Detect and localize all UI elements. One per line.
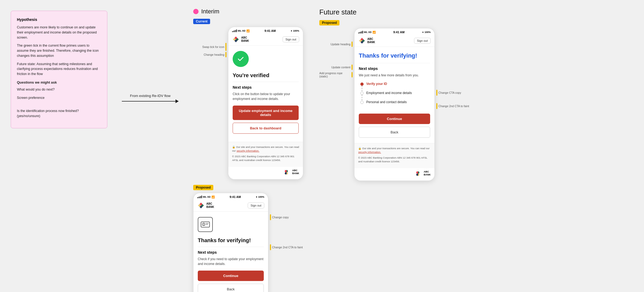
- annot-heading-bar: [225, 52, 226, 57]
- continue-btn-future[interactable]: Continue: [359, 114, 430, 124]
- bar1: [232, 31, 233, 32]
- time-interim: 9:41 AM: [230, 195, 241, 199]
- footer-logo-future: ABCBANK: [354, 168, 434, 181]
- hypothesis-panel: Hypothesis Customers are more likely to …: [11, 11, 107, 128]
- footer-bank-logo-current: [281, 169, 291, 177]
- footer-logo-svg-future: [413, 170, 423, 178]
- back-btn-future[interactable]: Back: [359, 127, 430, 138]
- bank-name-current: ABCBANK: [241, 36, 249, 43]
- arrow-head: [175, 99, 179, 103]
- svg-point-17: [203, 223, 204, 224]
- annot-cta-text: Change 2nd CTA to faint: [272, 246, 303, 249]
- future-screen-title: Thanks for verifying!: [359, 52, 430, 59]
- badge-proposed-interim: Proposed: [193, 185, 213, 190]
- bar2: [233, 31, 234, 32]
- current-phone-footer: 🔒 Our site and your transactions are sec…: [228, 142, 303, 167]
- arrow-line: [122, 99, 179, 103]
- checkmark-icon: [237, 55, 245, 63]
- next-steps-text-interim: Check if you need to update your employm…: [198, 257, 264, 266]
- interim-proposed-header: ABCBANK Sign out: [193, 200, 268, 212]
- badge-proposed-future: Proposed: [319, 20, 339, 25]
- hypothesis-para-2: The green tick in the current flow prime…: [17, 43, 101, 58]
- footer-bank-text-current: ABCBANK: [292, 169, 299, 177]
- interim-proposed-title: Thanks for verifying!: [198, 237, 264, 244]
- interim-right-annotations: Change copy Change 2nd CTA to faint: [268, 193, 303, 250]
- future-title: Future state: [319, 8, 357, 16]
- back-btn-interim[interactable]: Back: [198, 284, 264, 292]
- future-phone-content: Thanks for verifying! Next steps We just…: [354, 47, 434, 143]
- main-content: Interim Current Swap tick for icon Chang…: [193, 8, 633, 292]
- rope-item-1: Employment and income details: [360, 91, 430, 100]
- next-steps-label-interim: Next steps: [198, 250, 264, 254]
- next-steps-text-future: We just need a few more details from you…: [359, 73, 430, 78]
- current-phone: WL XD 📶 9:41 AM ● 100%: [228, 27, 303, 179]
- question-3: Is the identification process now finish…: [17, 108, 101, 119]
- rope-item-0: Verify your ID: [360, 82, 430, 91]
- abc-bank-logo-interim: [197, 202, 205, 209]
- interim-section: Interim Current Swap tick for icon Chang…: [193, 8, 303, 292]
- annot-add-rope: Add progress rope (static): [319, 72, 350, 78]
- future-phone: WL XD 📶 9:41 AM ● 100%: [354, 28, 435, 181]
- annot-swap-text: Swap tick for icon: [202, 45, 224, 48]
- progress-rope: Verify your ID Employment and income det…: [359, 82, 430, 109]
- interim-header: Interim: [193, 8, 219, 15]
- signal-bars: [232, 29, 237, 32]
- security-link-current[interactable]: security information.: [236, 149, 259, 152]
- annot-swap: Swap tick for icon: [202, 43, 226, 51]
- future-header: Future state: [319, 8, 357, 16]
- future-phone-header: ABCBANK Sign out: [354, 35, 434, 47]
- sign-out-future[interactable]: Sign out: [414, 38, 431, 44]
- signal-text-interim: WL XD: [203, 196, 211, 198]
- hypothesis-para-1: Customers are more likely to continue on…: [17, 25, 101, 40]
- annot-copy-text: Change copy: [272, 216, 289, 219]
- footer-logo-row-current: ABCBANK: [228, 167, 303, 179]
- future-section: Future state Proposed Update heading Upd…: [319, 8, 469, 181]
- annot-change-cta: Change CTA copy: [438, 91, 461, 94]
- proposed-interim-status: WL XD 📶 9:41 AM ● 100%: [193, 193, 268, 200]
- status-right-current: ● 100%: [291, 29, 299, 32]
- next-steps-label-current: Next steps: [233, 85, 299, 89]
- divider-future: [359, 63, 430, 63]
- hypothesis-title: Hypothesis: [17, 17, 101, 22]
- questions-label: Questions we might ask: [17, 80, 101, 85]
- arrow-bar: [122, 101, 175, 102]
- bar4: [236, 29, 237, 32]
- annot-bar-copy: [270, 214, 271, 220]
- future-status-bar: WL XD 📶 9:41 AM ● 100%: [354, 28, 434, 35]
- rope-label-0: Verify your ID: [366, 82, 387, 91]
- abc-bank-logo-future: [358, 37, 366, 44]
- copyright-future: © 2023 ABC Banking Corporation ABN 12 34…: [358, 156, 431, 164]
- current-phone-wrapper: Swap tick for icon Change heading: [193, 27, 303, 179]
- wifi-interim: 📶: [211, 196, 215, 199]
- continue-btn-interim[interactable]: Continue: [198, 271, 264, 281]
- annot-2nd-cta: Change 2nd CTA to faint: [270, 244, 303, 250]
- rope-item-2: Personal and contact details: [360, 100, 430, 109]
- hypothesis-para-3: Future state: Assuming that setting mile…: [17, 62, 101, 77]
- abc-bank-logo-current: [232, 36, 240, 43]
- wifi-icon-current: 📶: [246, 29, 250, 32]
- status-signal-current: WL XD: [238, 29, 246, 32]
- bar3: [235, 30, 236, 32]
- divider-interim: [198, 247, 264, 247]
- next-steps-label-future: Next steps: [359, 66, 430, 71]
- sign-out-current[interactable]: Sign out: [283, 36, 299, 42]
- time-future: 9:41 AM: [393, 31, 405, 34]
- annot-swap-bar: [225, 43, 226, 51]
- current-phone-header: ABCBANK Sign out: [228, 33, 303, 46]
- rope-dot-1: [360, 92, 364, 95]
- current-status-bar: WL XD 📶 9:41 AM ● 100%: [228, 27, 303, 33]
- update-employment-btn[interactable]: Update employment and income details: [233, 106, 299, 120]
- future-right-annotations: Change CTA copy Change 2nd CTA to faint: [435, 28, 469, 109]
- future-left-annotations: Update heading Update content Add progre…: [319, 28, 354, 78]
- left-annotations: Swap tick for icon Change heading: [193, 27, 228, 57]
- status-signal-future: WL XD: [364, 31, 372, 33]
- sign-out-interim[interactable]: Sign out: [248, 203, 264, 208]
- current-group: Current Swap tick for icon Change headin…: [193, 19, 303, 179]
- rope-dot-active: [360, 83, 364, 86]
- footer-security-text-current: 🔒: [232, 145, 236, 148]
- current-screen-title: You're verified: [233, 72, 299, 78]
- security-link-future[interactable]: security information.: [358, 151, 381, 154]
- back-dashboard-btn[interactable]: Back to dashboard: [233, 123, 299, 134]
- battery-interim: 100%: [258, 196, 264, 198]
- rope-dot-2: [360, 101, 364, 104]
